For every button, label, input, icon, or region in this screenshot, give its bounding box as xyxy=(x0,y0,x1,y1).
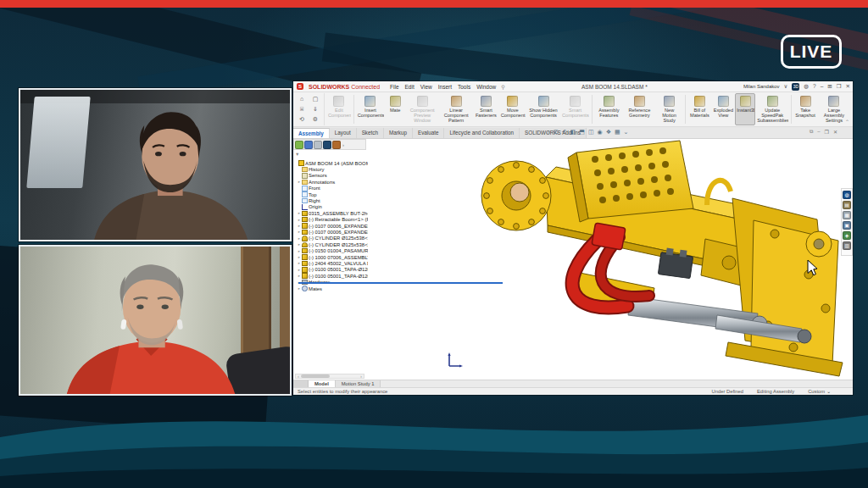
zoom-area-icon[interactable]: ⊡ xyxy=(554,129,559,136)
ribbon-button-reference-geometry[interactable]: Reference Geometry xyxy=(624,93,655,125)
tab-layout[interactable]: Layout xyxy=(330,128,357,138)
menu-file[interactable]: File xyxy=(390,84,398,90)
menu-view[interactable]: View xyxy=(420,84,432,90)
ribbon-button-smart-fasteners[interactable]: Smart Fasteners xyxy=(473,93,499,125)
tab-assembly[interactable]: Assembly xyxy=(293,128,330,138)
close-icon[interactable]: ✕ xyxy=(846,82,850,91)
tab-markup[interactable]: Markup xyxy=(384,128,413,138)
propertymanager-tab-icon[interactable] xyxy=(304,141,313,149)
appearances-icon[interactable]: ◈ xyxy=(843,231,851,240)
ribbon-button-show-hidden-components[interactable]: Show Hidden Components xyxy=(526,93,560,125)
tree-item[interactable]: ▸(-) 0100 05001_TAPA-Ø120x26<1> xyxy=(293,267,368,273)
tab-sketch[interactable]: Sketch xyxy=(357,128,384,138)
ribbon-button-mate[interactable]: Mate xyxy=(385,93,405,125)
doc-close-icon[interactable]: ✕ xyxy=(833,129,837,135)
edit-appearance-icon[interactable]: ❖ xyxy=(606,129,611,136)
tree-item[interactable]: ▸Mates xyxy=(293,286,368,291)
tree-item[interactable]: ▸0315_ASSEMBLY BUT-2h<1> (Fixed) xyxy=(293,210,368,216)
featuremanager-tab-icon[interactable] xyxy=(295,141,303,149)
bottom-tab-motion-study-1[interactable]: Motion Study 1 xyxy=(336,380,381,387)
home-icon[interactable]: ⌂ xyxy=(296,94,308,104)
display-style-icon[interactable]: ◫ xyxy=(588,129,594,136)
menu-edit[interactable]: Edit xyxy=(405,84,415,90)
ribbon-button-assembly-features[interactable]: Assembly Features xyxy=(594,93,624,125)
tree-item[interactable]: ▸(-) CYLINDER Ø125x538<2> (Cylinde... xyxy=(293,241,368,247)
ribbon-button-insert-components[interactable]: Insert Components xyxy=(356,93,385,125)
displaymanager-tab-icon[interactable] xyxy=(332,141,341,149)
dimxpertmanager-tab-icon[interactable] xyxy=(323,141,331,149)
tree-item[interactable]: ▸(-) 0107 00006_EXPANDER-Ø60x145... xyxy=(293,223,368,229)
ribbon-button-update-speedpak-subassemblies[interactable]: Update SpeedPak Subassemblies xyxy=(755,93,789,125)
tree-horizontal-scrollbar[interactable]: ‹ › xyxy=(295,374,364,379)
tree-item[interactable]: ▸(-) CYLINDER Ø125x538<1> (Cylinde... xyxy=(293,236,368,241)
cad-model-asm-boom[interactable] xyxy=(453,139,853,380)
hide-show-items-icon[interactable]: ◉ xyxy=(598,129,603,136)
layout-grid-icon[interactable]: ⊞ xyxy=(827,82,832,91)
ribbon-button-exploded-view[interactable]: Exploded View xyxy=(712,93,736,125)
tab-evaluate[interactable]: Evaluate xyxy=(413,128,445,138)
menu-insert[interactable]: Insert xyxy=(438,84,452,90)
menu-window[interactable]: Window xyxy=(476,84,496,90)
ribbon-button-new-motion-study[interactable]: New Motion Study xyxy=(655,93,683,125)
tree-item[interactable]: ▸(-) 1000 07006_ASSEMBLY CLAMP D... xyxy=(293,254,368,260)
view-settings-icon[interactable]: ⌄ xyxy=(624,129,629,136)
ribbon-button-instant3d[interactable]: Instant3D xyxy=(735,93,755,125)
apply-scene-icon[interactable]: ▦ xyxy=(615,129,620,136)
3dexperience-icon[interactable]: ◍ xyxy=(843,191,851,199)
ribbon-button-component-preview-window[interactable]: Component Preview Window xyxy=(405,93,439,125)
doc-minimize-icon[interactable]: – xyxy=(817,129,820,135)
tree-item[interactable]: Front xyxy=(293,186,368,191)
tree-item[interactable]: ASM BOOM 14 (ASM BOOM 14) xyxy=(293,160,368,166)
save-icon[interactable]: ⇓ xyxy=(309,104,321,114)
ribbon-button-bill-of-materials[interactable]: Bill of Materials xyxy=(687,93,711,125)
ribbon-collapse-icon[interactable]: ⌃ xyxy=(845,119,849,125)
view-orientation-icon[interactable]: ⬒ xyxy=(579,129,585,136)
custom-view-dropdown[interactable]: Custom ⌄ xyxy=(808,389,831,394)
options-icon[interactable]: ⚙ xyxy=(309,114,321,125)
rollback-bar[interactable] xyxy=(298,282,503,284)
minimize-icon[interactable]: – xyxy=(821,82,824,91)
menu-tools[interactable]: Tools xyxy=(458,84,470,90)
filter-funnel-icon[interactable]: ▼ xyxy=(295,152,299,157)
ribbon-button-move-component[interactable]: Move Component xyxy=(499,93,526,125)
view-palette-icon[interactable]: ▣ xyxy=(843,221,851,230)
more-tabs-icon[interactable]: › xyxy=(342,142,344,147)
ribbon-button-linear-component-pattern[interactable]: Linear Component Pattern xyxy=(439,93,473,125)
ribbon-button-take-snapshot[interactable]: Take Snapshot xyxy=(793,93,817,125)
pin-menu-icon[interactable]: ⚲ xyxy=(501,84,504,90)
design-library-icon[interactable]: ▤ xyxy=(843,201,851,209)
help-icon[interactable]: ? xyxy=(813,82,816,91)
doc-restore-icon[interactable]: ❐ xyxy=(825,129,829,135)
section-view-icon[interactable]: ◧ xyxy=(570,129,576,136)
tree-item[interactable]: ▸(-) 0100 05001_TAPA-Ø120x26<2> xyxy=(293,273,368,279)
chevron-down-icon[interactable]: ∨ xyxy=(784,82,788,91)
new-document-icon[interactable]: ▢ xyxy=(309,94,321,104)
tree-item[interactable]: Top xyxy=(293,191,368,197)
workspace-icon[interactable]: 3D xyxy=(792,83,799,91)
tree-item[interactable]: Origin xyxy=(293,204,368,210)
graphics-viewport[interactable] xyxy=(368,139,841,380)
tree-item[interactable]: ▸Annotations xyxy=(293,179,368,185)
tree-item[interactable]: ▸(-) 0150 01004_PASAMURO SMALL B... xyxy=(293,247,368,253)
open-document-icon[interactable]: ⌸ xyxy=(296,104,308,114)
bottom-tab-model[interactable]: Model xyxy=(309,380,336,387)
zoom-fit-icon[interactable]: ⌕ xyxy=(547,129,550,136)
file-explorer-icon[interactable]: ▦ xyxy=(843,211,851,219)
configurationmanager-tab-icon[interactable] xyxy=(314,141,322,149)
undo-icon[interactable]: ⟲ xyxy=(296,114,308,125)
previous-view-icon[interactable]: ↶ xyxy=(562,129,567,136)
tree-item[interactable]: ▸(-) Retractable Boom<1> (Retractabl... xyxy=(293,217,368,223)
tree-item[interactable]: Sensors xyxy=(293,173,368,179)
scroll-right-icon[interactable]: › xyxy=(359,374,364,379)
scrollbar-thumb[interactable] xyxy=(301,374,330,378)
user-menu[interactable]: Milan Sandakov xyxy=(743,84,780,89)
globe-icon[interactable]: ◍ xyxy=(804,82,809,91)
ribbon-button-smart-components[interactable]: Smart Components xyxy=(560,93,590,125)
tab-lifecycle-and-collaboration[interactable]: Lifecycle and Collaboration xyxy=(444,128,520,138)
custom-properties-icon[interactable]: ▥ xyxy=(843,241,851,250)
doc-cascade-icon[interactable]: ⧉ xyxy=(810,129,813,135)
tree-item[interactable]: ▸(-) 2404 45002_VALVULA DOBLE CHE... xyxy=(293,260,368,266)
tree-item[interactable]: ▸(-) 0107 00006_EXPANDER-Ø60x145... xyxy=(293,229,368,235)
restore-icon[interactable]: ❐ xyxy=(837,82,842,91)
tree-item[interactable]: History xyxy=(293,166,368,172)
